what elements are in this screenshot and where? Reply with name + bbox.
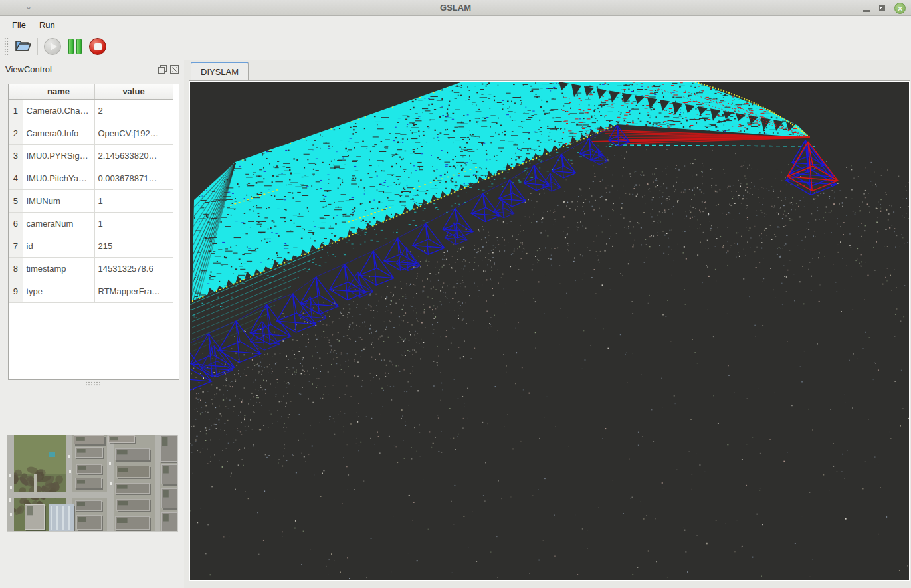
row-number: 2 <box>9 122 23 144</box>
row-number: 6 <box>9 212 23 235</box>
param-name-cell[interactable]: timestamp <box>23 257 94 280</box>
window-menu-chevron-icon[interactable]: ⌄ <box>25 2 32 11</box>
param-name-cell[interactable]: IMU0.PitchYa… <box>23 167 94 189</box>
dock-title: ViewControl <box>5 64 155 74</box>
row-number: 4 <box>9 167 23 189</box>
menu-file[interactable]: File <box>5 18 33 32</box>
slam-3d-viewport[interactable] <box>190 82 909 580</box>
table-row[interactable]: 9typeRTMapperFra… <box>9 280 173 302</box>
param-value-cell[interactable]: 1 <box>94 212 173 235</box>
minimize-button[interactable] <box>863 10 870 12</box>
table-corner <box>9 84 23 99</box>
tab-area: DIYSLAM <box>184 60 911 588</box>
table-row[interactable]: 2Camera0.InfoOpenCV:[192… <box>9 122 173 144</box>
maximize-button[interactable] <box>879 5 885 11</box>
param-value-cell[interactable]: OpenCV:[192… <box>94 122 173 144</box>
title-bar: ⌄ GSLAM ✕ <box>0 0 911 16</box>
dock-float-icon[interactable] <box>158 65 167 74</box>
folder-icon <box>13 37 32 56</box>
stop-button[interactable] <box>86 35 109 58</box>
param-name-cell[interactable]: cameraNum <box>23 212 94 235</box>
param-value-cell[interactable]: 215 <box>94 235 173 257</box>
table-row[interactable]: 8timestamp1453132578.6 <box>9 257 173 280</box>
tool-bar <box>0 33 911 60</box>
stop-icon <box>89 38 106 55</box>
viewcontrol-dock: ViewControl name val <box>0 60 184 588</box>
param-name-cell[interactable]: Camera0.Cha… <box>23 99 94 122</box>
tab-bar: DIYSLAM <box>184 60 911 80</box>
param-value-cell[interactable]: 2 <box>94 99 173 122</box>
param-value-cell[interactable]: 2.145633820… <box>94 144 173 167</box>
row-number: 3 <box>9 144 23 167</box>
row-number: 8 <box>9 257 23 280</box>
table-row[interactable]: 4IMU0.PitchYa…0.003678871… <box>9 167 173 189</box>
row-number: 5 <box>9 189 23 212</box>
pause-icon <box>68 39 82 54</box>
dock-close-icon[interactable] <box>170 65 179 74</box>
toolbar-separator <box>37 38 38 55</box>
play-icon <box>44 38 61 55</box>
param-value-cell[interactable]: 1 <box>94 189 173 212</box>
window-title: GSLAM <box>0 3 911 13</box>
menu-run[interactable]: Run <box>33 18 62 32</box>
param-name-cell[interactable]: IMUNum <box>23 189 94 212</box>
parameter-table[interactable]: name value 1Camera0.Cha…22Camera0.InfoOp… <box>8 84 179 380</box>
row-number: 1 <box>9 99 23 122</box>
param-name-cell[interactable]: Camera0.Info <box>23 122 94 144</box>
open-dataset-button[interactable] <box>11 35 34 58</box>
column-header-name[interactable]: name <box>23 84 94 99</box>
viewport-frame <box>189 80 910 581</box>
toolbar-drag-handle[interactable] <box>4 37 9 56</box>
close-button[interactable]: ✕ <box>894 3 906 14</box>
param-value-cell[interactable]: 0.003678871… <box>94 167 173 189</box>
param-name-cell[interactable]: type <box>23 280 94 302</box>
table-row[interactable]: 1Camera0.Cha…2 <box>9 99 173 122</box>
pause-button[interactable] <box>64 35 86 58</box>
table-row[interactable]: 7id215 <box>9 235 173 257</box>
table-row[interactable]: 6cameraNum1 <box>9 212 173 235</box>
param-value-cell[interactable]: 1453132578.6 <box>94 257 173 280</box>
play-button[interactable] <box>41 35 64 58</box>
row-number: 9 <box>9 280 23 302</box>
param-name-cell[interactable]: id <box>23 235 94 257</box>
param-name-cell[interactable]: IMU0.PYRSig… <box>23 144 94 167</box>
param-value-cell[interactable]: RTMapperFra… <box>94 280 173 302</box>
column-header-value[interactable]: value <box>94 84 173 99</box>
table-row[interactable]: 5IMUNum1 <box>9 189 173 212</box>
menu-bar: File Run <box>0 16 911 33</box>
table-row[interactable]: 3IMU0.PYRSig…2.145633820… <box>9 144 173 167</box>
row-number: 7 <box>9 235 23 257</box>
splitter-handle[interactable] <box>85 381 102 386</box>
aerial-map-thumbnail[interactable] <box>7 435 178 532</box>
tab-diyslam[interactable]: DIYSLAM <box>191 62 249 80</box>
